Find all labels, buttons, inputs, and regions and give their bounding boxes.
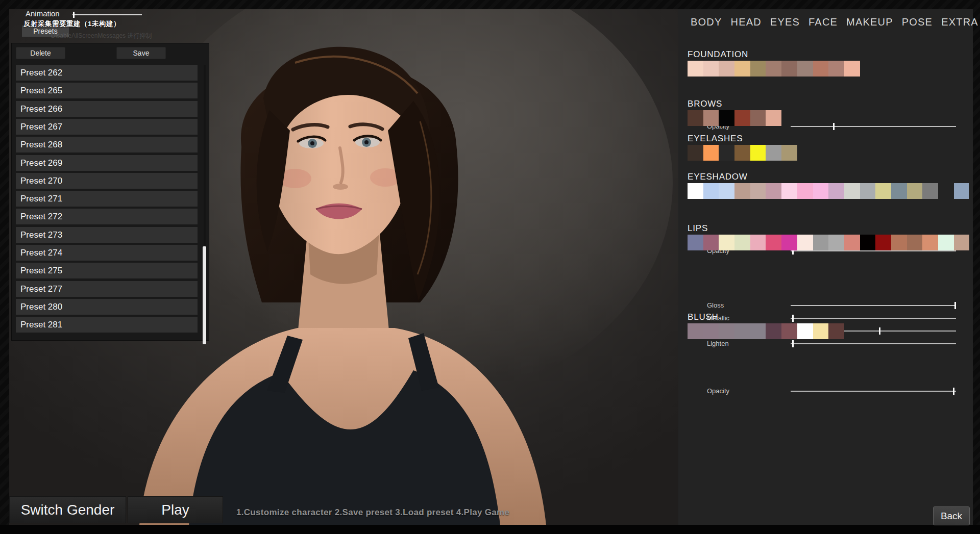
lips-swatch[interactable] [750, 235, 766, 250]
tab-extra[interactable]: EXTRA [941, 16, 978, 28]
preset-item[interactable]: Preset 274 [16, 245, 198, 261]
tab-eyes[interactable]: EYES [770, 16, 800, 28]
eyeshadow-swatch[interactable] [781, 183, 797, 199]
blush-swatch[interactable] [797, 323, 813, 339]
tab-body[interactable]: BODY [691, 16, 722, 28]
lips-swatch[interactable] [891, 235, 907, 250]
tab-face[interactable]: FACE [808, 16, 838, 28]
preset-item[interactable]: Preset 270 [16, 173, 198, 189]
preset-item[interactable]: Preset 280 [16, 299, 198, 315]
eyelashes-swatch[interactable] [719, 145, 734, 161]
brows-swatch[interactable] [719, 110, 734, 126]
eyelashes-swatch[interactable] [766, 145, 781, 161]
eyeshadow-swatch[interactable] [922, 183, 938, 199]
eyeshadow-swatch[interactable] [688, 183, 703, 199]
lips-swatch[interactable] [875, 235, 891, 250]
blush-swatch[interactable] [750, 323, 766, 339]
lips-gloss-slider[interactable] [791, 305, 956, 306]
blush-swatch[interactable] [781, 323, 797, 339]
lips-swatch[interactable] [719, 235, 734, 250]
lips-lighten-slider-handle[interactable] [792, 340, 794, 347]
eyeshadow-swatch[interactable] [813, 183, 829, 199]
tab-pose[interactable]: POSE [902, 16, 933, 28]
preset-item[interactable]: Preset 275 [16, 263, 198, 278]
lips-lighten-slider[interactable] [791, 343, 956, 344]
foundation-swatch[interactable] [703, 61, 719, 77]
brows-swatch[interactable] [766, 110, 781, 126]
animation-slider-handle[interactable] [73, 12, 75, 18]
blush-swatch[interactable] [719, 323, 734, 339]
preset-item[interactable]: Preset 281 [16, 317, 198, 333]
eyeshadow-opacity-slider[interactable] [791, 250, 956, 251]
foundation-swatch[interactable] [813, 61, 829, 77]
foundation-swatch[interactable] [750, 61, 766, 77]
eyelashes-swatch[interactable] [781, 145, 797, 161]
brows-swatch[interactable] [703, 110, 719, 126]
lips-swatch[interactable] [766, 235, 781, 250]
lips-swatch[interactable] [781, 235, 797, 250]
foundation-opacity-slider-handle[interactable] [833, 123, 835, 130]
eyeshadow-swatch[interactable] [907, 183, 923, 199]
preset-item[interactable]: Preset 265 [16, 83, 198, 98]
lips-swatch[interactable] [797, 235, 813, 250]
eyelashes-swatch[interactable] [688, 145, 703, 161]
preset-item[interactable]: Preset 269 [16, 155, 198, 171]
eyeshadow-swatch[interactable] [844, 183, 860, 199]
lips-swatch[interactable] [922, 235, 938, 250]
eyeshadow-swatch[interactable] [766, 183, 781, 199]
eyeshadow-swatch-detached[interactable] [954, 183, 969, 199]
preset-item[interactable]: Preset 271 [16, 191, 198, 207]
brows-swatch[interactable] [688, 110, 703, 126]
foundation-opacity-slider[interactable] [791, 126, 956, 127]
eyeshadow-swatch[interactable] [860, 183, 876, 199]
eyeshadow-swatch[interactable] [875, 183, 891, 199]
lips-swatch[interactable] [954, 235, 970, 250]
foundation-swatch[interactable] [734, 61, 750, 77]
eyeshadow-swatch[interactable] [750, 183, 766, 199]
blush-swatch[interactable] [734, 323, 750, 339]
tab-head[interactable]: HEAD [730, 16, 761, 28]
eyelashes-swatch[interactable] [703, 145, 719, 161]
foundation-swatch[interactable] [719, 61, 734, 77]
lips-gloss-slider-handle[interactable] [954, 302, 956, 309]
eyelashes-swatch[interactable] [734, 145, 750, 161]
blush-swatch[interactable] [703, 323, 719, 339]
tab-makeup[interactable]: MAKEUP [846, 16, 893, 28]
back-button[interactable]: Back [933, 506, 970, 525]
eyelashes-swatch[interactable] [750, 145, 766, 161]
lips-swatch[interactable] [828, 235, 844, 250]
lips-swatch[interactable] [703, 235, 719, 250]
lips-swatch[interactable] [734, 235, 750, 250]
lips-swatch[interactable] [860, 235, 876, 250]
switch-gender-button[interactable]: Switch Gender [9, 496, 126, 523]
preset-item[interactable]: Preset 268 [16, 137, 198, 152]
foundation-swatch[interactable] [688, 61, 703, 77]
preset-item[interactable]: Preset 266 [16, 101, 198, 117]
eyeshadow-swatch[interactable] [797, 183, 813, 199]
lips-swatch[interactable] [813, 235, 829, 250]
save-preset-button[interactable]: Save [116, 47, 166, 59]
eyeshadow-swatch[interactable] [891, 183, 907, 199]
preset-item[interactable]: Preset 277 [16, 281, 198, 297]
foundation-swatch[interactable] [844, 61, 860, 77]
lips-swatch[interactable] [907, 235, 923, 250]
eyeshadow-swatch[interactable] [719, 183, 734, 199]
foundation-swatch[interactable] [828, 61, 844, 77]
preset-item[interactable]: Preset 262 [16, 65, 198, 81]
blush-swatch[interactable] [813, 323, 829, 339]
eyeshadow-swatch[interactable] [828, 183, 844, 199]
lips-swatch[interactable] [688, 235, 703, 250]
blush-opacity-slider-handle[interactable] [953, 388, 954, 395]
delete-preset-button[interactable]: Delete [16, 47, 65, 59]
animation-slider[interactable] [72, 14, 142, 15]
blush-swatch[interactable] [688, 323, 703, 339]
preset-item[interactable]: Preset 272 [16, 209, 198, 224]
eyeshadow-swatch[interactable] [703, 183, 719, 199]
brows-swatch[interactable] [734, 110, 750, 126]
lips-swatch[interactable] [844, 235, 860, 250]
preset-item[interactable]: Preset 273 [16, 227, 198, 243]
eyeshadow-swatch[interactable] [734, 183, 750, 199]
lips-intensity-slider-handle[interactable] [879, 327, 880, 335]
blush-swatch[interactable] [766, 323, 781, 339]
brows-swatch[interactable] [750, 110, 766, 126]
